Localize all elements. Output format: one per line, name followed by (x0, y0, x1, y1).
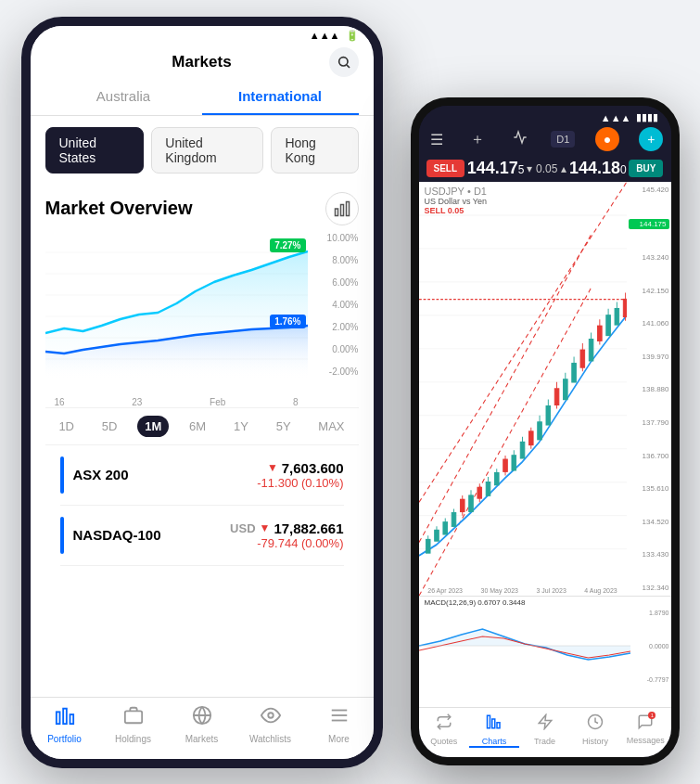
date-label-1: 26 Apr 2023 (427, 587, 463, 594)
page-title: Markets (172, 53, 231, 71)
region-united-kingdom[interactable]: United Kingdom (151, 127, 263, 174)
stock-left-nasdaq100: NASDAQ-100 (60, 517, 161, 554)
phone2-nav-messages[interactable]: 1 Messages (620, 713, 670, 748)
price-label-current: 144.175 (629, 219, 669, 229)
tab-international[interactable]: International (202, 79, 359, 115)
timeframe-selector[interactable]: D1 (551, 131, 575, 148)
svg-point-18 (268, 713, 274, 718)
tab-australia[interactable]: Australia (45, 79, 202, 115)
svg-rect-3 (340, 204, 343, 215)
svg-rect-15 (70, 714, 73, 724)
nav-markets[interactable]: Markets (168, 705, 236, 744)
portfolio-icon (55, 705, 75, 731)
phone2-status-bar: ▲▲▲ ▮▮▮▮ (419, 106, 671, 123)
menu-button[interactable]: ☰ (426, 129, 447, 150)
chart-x-label-4: 8 (293, 397, 299, 407)
time-range-1y[interactable]: 1Y (226, 416, 256, 437)
phone1-markets: ▲▲▲ 🔋 Markets Australia International Un… (21, 17, 383, 768)
time-range-1m[interactable]: 1M (137, 416, 169, 437)
time-range-5y[interactable]: 5Y (269, 416, 299, 437)
price-label-10: 134.520 (629, 518, 669, 526)
nav-more[interactable]: More (305, 705, 374, 744)
time-range-1d[interactable]: 1D (51, 416, 82, 437)
sell-label: SELL (426, 160, 465, 177)
chart2-x-labels: 26 Apr 2023 30 May 2023 3 Jul 2023 4 Aug… (419, 585, 627, 596)
chart-value-badge-blue: 1.76% (270, 315, 305, 328)
chart-toggle-button[interactable] (325, 192, 359, 225)
phone2-nav-history[interactable]: History (570, 713, 620, 748)
time-range-6m[interactable]: 6M (182, 416, 213, 437)
holdings-icon (123, 705, 144, 731)
buy-price-main: 144.18 (569, 159, 620, 178)
stock-right-asx200: ▼ 7,603.600 -11.300 (0.10%) (257, 460, 343, 490)
price-label-7: 137.790 (629, 418, 669, 427)
svg-rect-14 (63, 708, 67, 724)
sell-mode-button[interactable]: ● (595, 127, 619, 151)
market-overview-title: Market Overview (45, 198, 193, 219)
search-button[interactable] (329, 47, 359, 77)
charts-icon (486, 713, 503, 735)
price-label-12: 132.340 (629, 584, 669, 592)
sell-price: 144.175 (467, 159, 525, 178)
arrow-down-icon: ▼ (267, 461, 278, 474)
chart-y-label-2: 8.00% (308, 255, 359, 265)
messages-notif-badge: 1 (637, 713, 654, 734)
chart-svg-container: 7.27% 1.76% (45, 231, 308, 379)
stock-item-asx200[interactable]: ASX 200 ▼ 7,603.600 -11.300 (0.10%) (60, 445, 344, 506)
spread-value: 0.05 (536, 162, 557, 175)
stock-change-nasdaq100: -79.744 (0.00%) (230, 536, 343, 550)
phone2-nav-trade[interactable]: Trade (519, 713, 569, 748)
phone2-nav-quotes-label: Quotes (430, 737, 457, 746)
price-label-9: 135.610 (629, 484, 669, 493)
time-range-max[interactable]: MAX (311, 416, 351, 437)
stock-right-nasdaq100: USD ▼ 17,882.661 -79.744 (0.00%) (230, 521, 343, 550)
region-hong-kong[interactable]: Hong Kong (271, 127, 358, 174)
phone1-status-bar: ▲▲▲ 🔋 (31, 26, 374, 45)
stock-list: ASX 200 ▼ 7,603.600 -11.300 (0.10%) NASD… (45, 445, 359, 566)
price-label-8: 136.700 (629, 452, 669, 460)
phone2-nav-charts[interactable]: Charts (469, 713, 519, 748)
svg-rect-87 (488, 715, 490, 728)
stock-price-nasdaq100: USD ▼ 17,882.661 (230, 521, 343, 536)
macd-section: MACD(12,26,9) 0.6707 0.3448 1.8790 0.000… (419, 596, 671, 685)
chart2-right-labels: 145.420 144.175 143.240 142.150 141.060 … (627, 182, 671, 596)
price-label-1: 145.420 (629, 186, 669, 194)
macd-label-1: 1.8790 (632, 610, 669, 616)
notif-dot: 1 (648, 712, 655, 719)
stock-indicator-nasdaq100 (60, 517, 64, 554)
chart2-header: USDJPY • D1 US Dollar vs Yen SELL 0.05 (425, 186, 488, 215)
price-label-11: 133.430 (629, 550, 669, 559)
bottom-nav: Portfolio Holdings Markets (31, 697, 374, 759)
battery-icon: 🔋 (346, 30, 359, 42)
chart2-pair: USDJPY • D1 (425, 186, 488, 197)
buy-mode-button[interactable]: + (639, 127, 663, 151)
phone2-nav-messages-label: Messages (627, 736, 665, 745)
nav-holdings[interactable]: Holdings (99, 705, 168, 744)
stock-change-asx200: -11.300 (0.10%) (257, 476, 343, 490)
svg-rect-89 (497, 723, 500, 728)
date-label-4: 4 Aug 2023 (584, 587, 617, 594)
region-united-states[interactable]: United States (45, 127, 145, 174)
nav-markets-label: Markets (185, 734, 219, 744)
region-pills: United States United Kingdom Hong Kong (31, 116, 374, 185)
stock-item-nasdaq100[interactable]: NASDAQ-100 USD ▼ 17,882.661 -79.744 (0.0… (60, 506, 344, 566)
sell-price-sup: 5 (518, 163, 525, 176)
add-button[interactable]: ＋ (466, 128, 489, 151)
sell-price-main: 144.17 (467, 159, 518, 178)
phone1-header: Markets (31, 45, 374, 79)
price-label-6: 138.880 (629, 385, 669, 393)
more-icon (329, 705, 350, 731)
svg-rect-2 (335, 209, 337, 216)
nav-portfolio[interactable]: Portfolio (31, 705, 99, 744)
macd-right-labels: 1.8790 0.0000 -0.7797 (630, 608, 671, 685)
stock-name-asx200: ASX 200 (73, 467, 129, 482)
nav-watchlists[interactable]: Watchlists (236, 705, 305, 744)
time-range-5d[interactable]: 5D (95, 416, 125, 437)
stock-name-nasdaq100: NASDAQ-100 (73, 527, 161, 543)
phone2-nav-quotes[interactable]: Quotes (419, 713, 469, 748)
stock-left-asx200: ASX 200 (60, 456, 129, 494)
indicator-button[interactable] (509, 128, 531, 150)
markets-tabs: Australia International (31, 79, 374, 116)
market-overview-header: Market Overview (45, 192, 359, 225)
nav-holdings-label: Holdings (115, 734, 151, 744)
